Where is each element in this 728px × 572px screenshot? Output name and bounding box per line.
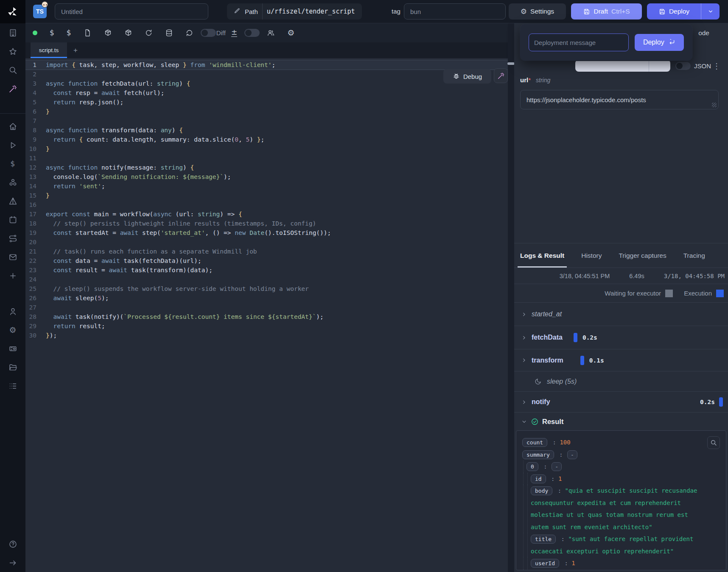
users-icon[interactable] — [267, 29, 275, 37]
new-tab-button[interactable]: + — [67, 42, 84, 58]
json-key[interactable]: title — [531, 535, 556, 544]
code-line[interactable]: 20 — [25, 237, 508, 247]
settings-button[interactable]: ⚙ Settings — [509, 3, 566, 20]
sidebar-item-worker-group-icon[interactable] — [0, 339, 25, 358]
collapsed-value[interactable]: - — [567, 450, 577, 459]
code-editor[interactable]: 1import { task, step, workflow, sleep } … — [25, 58, 508, 572]
chevron-right-icon[interactable] — [521, 335, 527, 341]
path-editor[interactable]: Path u/rfiszel/tender_script — [227, 3, 362, 20]
json-key[interactable]: count — [522, 438, 547, 447]
code-line[interactable]: 13 console.log(`Sending notification: ${… — [25, 172, 508, 181]
resize-thumb[interactable] — [507, 62, 515, 65]
code-line[interactable]: 7 — [25, 116, 508, 126]
panel-resize-handle[interactable] — [508, 23, 514, 572]
code-line[interactable]: 26 await sleep(5); — [25, 293, 508, 303]
sidebar-item-magic-wand-icon[interactable] — [0, 79, 25, 98]
debug-button[interactable]: Debug — [443, 69, 491, 84]
code-line[interactable]: 1import { task, step, workflow, sleep } … — [25, 60, 508, 70]
step-row-fetchData[interactable]: fetchData0.2s — [514, 326, 728, 349]
collapsed-value[interactable]: - — [552, 462, 562, 471]
code-line[interactable]: 29 return result; — [25, 321, 508, 331]
code-line[interactable]: 2 — [25, 70, 508, 79]
code-line[interactable]: 4 const resp = await fetch(url); — [25, 88, 508, 98]
sidebar-item-building-icon[interactable] — [0, 23, 25, 42]
sidebar-item-user-icon[interactable] — [0, 302, 25, 321]
deployment-message-input[interactable] — [529, 33, 629, 51]
code-line[interactable]: 19 const startedAt = await step('started… — [25, 228, 508, 237]
sidebar-item-gear-icon[interactable]: ⚙ — [0, 321, 25, 339]
url-input[interactable] — [520, 90, 719, 109]
tab-logs-result[interactable]: Logs & Result — [520, 243, 564, 268]
code-line[interactable]: 16 — [25, 200, 508, 209]
json-toggle[interactable] — [675, 62, 691, 70]
deploy-button[interactable]: Deploy — [647, 3, 701, 20]
tab-tracing[interactable]: Tracing — [683, 243, 705, 268]
chevron-right-icon[interactable] — [521, 399, 527, 405]
step-row-transform[interactable]: transform0.1s — [514, 349, 728, 371]
tab-history[interactable]: History — [581, 243, 602, 268]
code-line[interactable]: 12async function notify(message: string)… — [25, 163, 508, 172]
json-key[interactable]: body — [531, 486, 552, 495]
code-line[interactable]: 17export const main = workflow(async (ur… — [25, 209, 508, 219]
database-icon[interactable] — [165, 29, 173, 37]
draft-button[interactable]: Draft Ctrl+S — [571, 3, 642, 20]
popup-deploy-button[interactable]: Deploy — [635, 34, 684, 51]
tab-trigger-captures[interactable]: Trigger captures — [619, 243, 666, 268]
step-row-started-at[interactable]: started_at — [514, 302, 728, 326]
sidebar-item-mail-icon[interactable] — [0, 248, 25, 266]
sidebar-item-calendar-icon[interactable] — [0, 210, 25, 229]
code-line[interactable]: 18 // step() persists lightweight inline… — [25, 219, 508, 228]
windmill-logo[interactable] — [0, 0, 25, 23]
step-row-sleep-5s-[interactable]: sleep (5s) — [514, 371, 728, 391]
code-line[interactable]: 5 return resp.json(); — [25, 98, 508, 107]
step-row-Result[interactable]: Result — [514, 412, 728, 430]
sidebar-item-play-icon[interactable] — [0, 136, 25, 154]
plus-minus-icon[interactable]: ± — [231, 29, 237, 37]
dollar-icon[interactable]: $ — [50, 29, 54, 36]
code-line[interactable]: 15} — [25, 191, 508, 200]
code-line[interactable]: 27 — [25, 303, 508, 312]
sidebar-item-queue-list-icon[interactable] — [0, 377, 25, 395]
code-line[interactable]: 9 return { count: data.length, summary: … — [25, 135, 508, 144]
refresh-icon[interactable] — [185, 29, 193, 37]
sidebar-item-pyramid-icon[interactable] — [0, 192, 25, 210]
json-key[interactable]: summary — [522, 450, 554, 459]
code-line[interactable]: 24 — [25, 275, 508, 284]
sidebar-item-arrow-right-icon[interactable] — [0, 553, 25, 572]
sidebar-item-boxes-icon[interactable] — [0, 173, 25, 192]
toolbar-toggle[interactable] — [201, 29, 216, 37]
toolbar-toggle[interactable] — [244, 29, 260, 37]
test-button[interactable] — [575, 60, 670, 72]
package-icon[interactable] — [104, 29, 112, 37]
code-line[interactable]: 21 // task() runs each function as a sep… — [25, 247, 508, 256]
sidebar-item-home-icon[interactable] — [0, 117, 25, 136]
code-line[interactable]: 23 const result = await task(transform)(… — [25, 265, 508, 275]
tag-input[interactable] — [404, 3, 506, 20]
code-line[interactable]: 10} — [25, 144, 508, 153]
file-icon[interactable] — [84, 29, 92, 37]
sidebar-item-folder-icon[interactable] — [0, 358, 25, 377]
code-line[interactable]: 25 // sleep() suspends the workflow serv… — [25, 284, 508, 293]
package-icon[interactable] — [124, 29, 132, 37]
json-key[interactable]: 0 — [526, 462, 538, 471]
code-line[interactable]: 22 const data = await task(fetchData)(ur… — [25, 256, 508, 265]
code-line[interactable]: 8async function transform(data: any) { — [25, 126, 508, 135]
chevron-right-icon[interactable] — [521, 311, 527, 318]
chevron-right-icon[interactable] — [521, 357, 527, 363]
code-line[interactable]: 14 return 'sent'; — [25, 181, 508, 191]
gear-icon[interactable]: ⚙ — [287, 29, 294, 37]
sidebar-item-star-icon[interactable] — [0, 42, 25, 61]
json-key[interactable]: id — [531, 474, 546, 483]
tab-script-ts[interactable]: script.ts — [31, 42, 67, 58]
code-line[interactable]: 11 — [25, 153, 508, 163]
code-line[interactable]: 28 await task(notify)(`Processed ${resul… — [25, 312, 508, 321]
sidebar-item-dollar-icon[interactable]: $ — [0, 154, 25, 173]
ai-assistant-button[interactable] — [494, 68, 508, 83]
deploy-dropdown-button[interactable] — [701, 3, 720, 20]
sidebar-item-help-icon[interactable] — [0, 535, 25, 553]
script-name-input[interactable] — [55, 3, 208, 20]
search-result-button[interactable] — [707, 436, 720, 449]
sidebar-item-search-icon[interactable] — [0, 61, 25, 79]
sidebar-item-route-icon[interactable] — [0, 229, 25, 248]
sidebar-item-plus-icon[interactable] — [0, 266, 25, 285]
